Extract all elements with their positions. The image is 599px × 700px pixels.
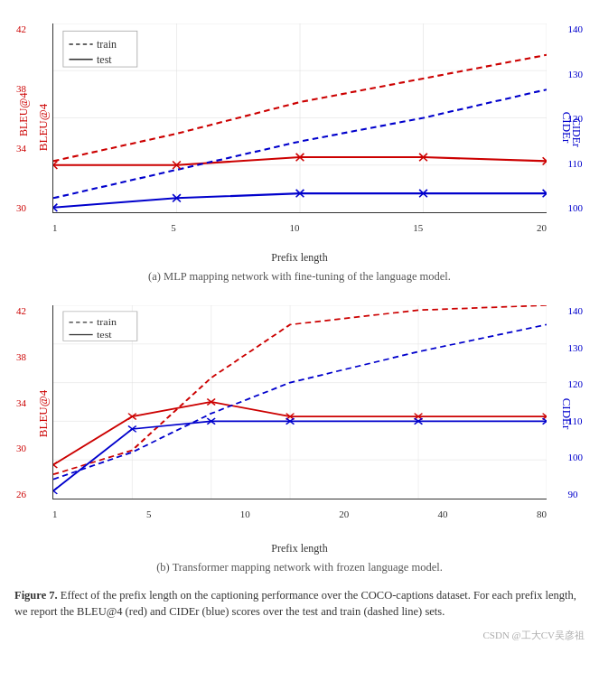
y-right-tick-140-a: 140 <box>568 23 584 34</box>
x-label-1-a: 1 <box>52 222 58 233</box>
svg-text:test: test <box>97 330 112 339</box>
chart-a-wrapper: BLEU@4 CIDEr 42 38 34 30 140 130 120 110 <box>14 14 585 265</box>
y-right-tick-120-b: 120 <box>568 378 584 389</box>
y-right-tick-130-a: 130 <box>568 69 584 79</box>
figure-caption-text: Effect of the prefix length on the capti… <box>14 589 576 618</box>
bleu-test-markers-a <box>52 154 547 169</box>
x-label-5-b: 5 <box>146 509 152 519</box>
sub-caption-b: (b) Transformer mapping network with fro… <box>14 561 585 574</box>
x-label-5-a: 5 <box>171 222 176 233</box>
y-right-tick-90-b: 90 <box>568 489 578 499</box>
y-left-tick-26-b: 26 <box>16 489 26 499</box>
y-left-tick-34-b: 34 <box>16 397 26 408</box>
y-left-tick-42-a: 42 <box>16 23 26 34</box>
y-right-tick-140-b: 140 <box>568 305 584 316</box>
cider-test-markers-b <box>52 418 547 494</box>
x-label-1-b: 1 <box>52 509 58 519</box>
y-left-tick-38-b: 38 <box>16 351 26 362</box>
cider-test-line-b <box>53 421 547 490</box>
svg-text:train: train <box>97 318 117 327</box>
y-axis-left-label-b: BLEU@4 <box>36 390 51 437</box>
sub-caption-a: (a) MLP mapping network with fine-tuning… <box>14 270 585 284</box>
y-axis-right-label-a: CIDEr <box>560 112 575 144</box>
y-left-tick-30-a: 30 <box>16 202 26 213</box>
chart-b-wrapper: 42 38 34 30 26 140 130 120 110 100 90 <box>14 296 585 555</box>
chart-a-svg: train test <box>52 23 547 213</box>
y-left-tick-30-b: 30 <box>16 443 26 453</box>
y-left-tick-38-a: 38 <box>16 83 26 94</box>
y-right-tick-100-b: 100 <box>568 452 584 462</box>
x-label-15-a: 15 <box>413 222 423 233</box>
y-right-tick-100-a: 100 <box>568 202 584 213</box>
x-label-20-a: 20 <box>537 222 547 233</box>
watermark: CSDN @工大CV吴彦祖 <box>14 629 585 642</box>
figure-container: BLEU@4 CIDEr 42 38 34 30 140 130 120 110 <box>14 14 585 642</box>
svg-text:test: test <box>97 54 112 66</box>
x-label-10-b: 10 <box>240 509 250 519</box>
chart-b-svg: train test <box>52 305 547 499</box>
cider-train-line-b <box>53 324 547 479</box>
x-label-80-b: 80 <box>537 509 547 519</box>
x-axis-title-b: Prefix length <box>14 542 585 555</box>
y-left-tick-42-b: 42 <box>16 305 26 316</box>
svg-text:train: train <box>97 39 117 51</box>
y-left-tick-34-a: 34 <box>16 143 26 154</box>
y-right-tick-110-a: 110 <box>568 158 583 169</box>
x-axis-title-a: Prefix length <box>14 251 585 265</box>
x-label-10-a: 10 <box>290 222 300 233</box>
figure-caption-label: Figure 7. <box>14 589 58 602</box>
x-label-20-b: 20 <box>339 509 349 519</box>
y-axis-right-label-b: CIDEr <box>560 398 575 430</box>
figure-caption: Figure 7. Effect of the prefix length on… <box>14 587 585 620</box>
y-axis-left-label-a: BLEU@4 <box>36 104 51 151</box>
x-label-40-b: 40 <box>438 509 448 519</box>
y-right-tick-130-b: 130 <box>568 342 584 353</box>
